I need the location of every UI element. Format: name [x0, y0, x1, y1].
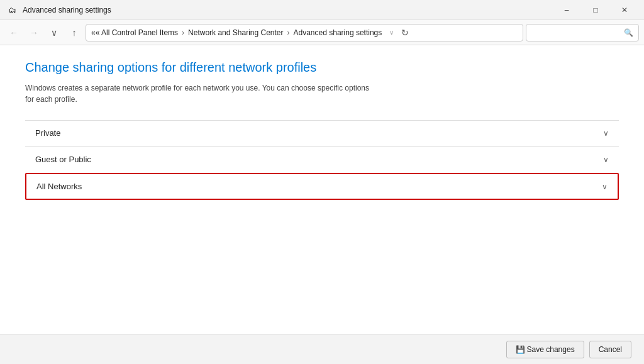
save-label: Save changes: [527, 345, 575, 354]
profile-section-private: Private ∨: [25, 120, 619, 145]
address-bar: ← → ∨ ↑ «« All Control Panel Items › Net…: [0, 20, 644, 45]
profile-header-guest[interactable]: Guest or Public ∨: [25, 147, 619, 172]
minimize-button[interactable]: –: [552, 0, 581, 20]
profile-section-guest: Guest or Public ∨: [25, 146, 619, 172]
close-button[interactable]: ✕: [610, 0, 639, 20]
profile-name-private: Private: [35, 128, 60, 138]
profile-name-guest: Guest or Public: [35, 155, 91, 164]
breadcrumb-control-panel[interactable]: «« All Control Panel Items: [91, 28, 178, 37]
refresh-icon[interactable]: ↻: [401, 28, 409, 38]
main-content: Change sharing options for different net…: [0, 45, 644, 334]
forward-button[interactable]: →: [25, 24, 43, 41]
separator-1: ›: [182, 28, 184, 37]
profile-name-all-networks: All Networks: [36, 182, 82, 191]
search-input[interactable]: [531, 28, 624, 37]
window-icon: 🗂: [8, 5, 18, 15]
breadcrumb-network-center[interactable]: Network and Sharing Center: [188, 28, 283, 37]
search-box[interactable]: 🔍: [526, 24, 639, 41]
profile-header-all-networks[interactable]: All Networks ∨: [26, 174, 618, 199]
chevron-down-icon-all-networks: ∨: [602, 182, 608, 191]
window-title: Advanced sharing settings: [23, 6, 111, 14]
save-icon: 💾: [516, 345, 525, 354]
page-title: Change sharing options for different net…: [25, 60, 619, 75]
breadcrumb-advanced-sharing[interactable]: Advanced sharing settings: [294, 28, 382, 37]
maximize-button[interactable]: □: [581, 0, 610, 20]
chevron-down-icon-private: ∨: [603, 129, 609, 138]
up-button[interactable]: ↑: [65, 24, 83, 41]
address-box[interactable]: «« All Control Panel Items › Network and…: [86, 24, 523, 41]
search-icon: 🔍: [624, 28, 633, 37]
bottom-bar: 💾 Save changes Cancel: [0, 334, 644, 364]
profile-header-private[interactable]: Private ∨: [25, 121, 619, 145]
dropdown-button[interactable]: ∨: [45, 24, 63, 41]
separator-2: ›: [287, 28, 290, 37]
page-description: Windows creates a separate network profi…: [25, 82, 371, 105]
profile-section-all-networks: All Networks ∨: [25, 173, 619, 200]
back-button[interactable]: ←: [5, 24, 23, 41]
window-controls: – □ ✕: [552, 0, 639, 20]
cancel-button[interactable]: Cancel: [589, 341, 631, 358]
address-chevron-icon: ∨: [389, 29, 394, 36]
title-bar: 🗂 Advanced sharing settings – □ ✕: [0, 0, 644, 20]
chevron-down-icon-guest: ∨: [603, 155, 609, 164]
save-changes-button[interactable]: 💾 Save changes: [506, 341, 584, 358]
